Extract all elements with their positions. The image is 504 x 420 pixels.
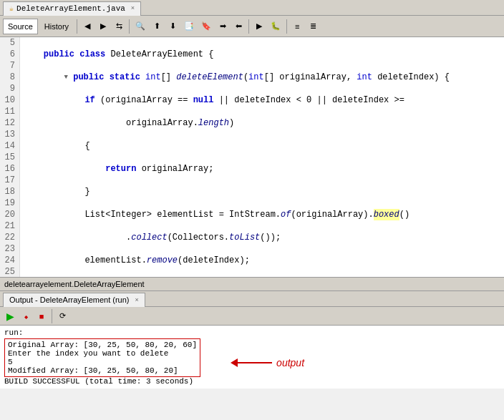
code-line-13: .collect(Collectors.toList()); — [23, 232, 501, 243]
line-num-20: 20 — [4, 209, 15, 220]
output-tab-bar: Output - DeleteArrayElement (run) × — [0, 291, 504, 307]
tab-label: DeleteArrayElement.java — [16, 4, 125, 13]
search-button[interactable]: 🔍 — [132, 19, 148, 34]
line-num-14: 14 — [4, 140, 15, 152]
line-num-21: 21 — [4, 220, 15, 232]
prev-bookmark-button[interactable]: ⬅ — [231, 19, 246, 34]
debug-button[interactable]: 🐛 — [268, 19, 284, 34]
output-content: run: Original Array: [30, 25, 50, 80, 20… — [0, 326, 504, 389]
code-line-5: public class DeleteArrayElement { — [23, 49, 501, 60]
toolbar-separator-3 — [248, 19, 249, 34]
code-line-9: { — [23, 140, 501, 152]
line-num-19: 19 — [4, 197, 15, 209]
output-arrow: output — [236, 357, 304, 368]
code-line-14: elementList.remove(deleteIndex); — [23, 255, 501, 266]
back-button[interactable]: ◀ — [80, 19, 94, 34]
output-line-3: 5 — [8, 358, 197, 366]
output-line-2: Enter the index you want to delete — [8, 349, 197, 358]
line-num-16: 16 — [4, 163, 15, 175]
output-tab-close[interactable]: × — [135, 296, 139, 303]
toolbar-separator-4 — [286, 19, 287, 34]
line-num-22: 22 — [4, 232, 15, 243]
bookmark-button[interactable]: 🔖 — [198, 19, 214, 34]
run-button[interactable]: ▶ — [252, 19, 266, 34]
output-stop-button[interactable]: ■ — [34, 308, 49, 324]
format2-button[interactable]: ≣ — [306, 19, 320, 34]
output-toolbar: ▶ ⬥ ■ ⟳ — [0, 307, 504, 326]
next-bookmark-button[interactable]: ➡ — [215, 19, 230, 34]
output-tab[interactable]: Output - DeleteArrayElement (run) × — [3, 293, 145, 307]
file-tab[interactable]: ☕ DeleteArrayElement.java × — [3, 1, 141, 16]
line-num-8: 8 — [4, 72, 15, 83]
toolbar-separator-1 — [77, 19, 77, 34]
line-num-15: 15 — [4, 152, 15, 163]
tab-bar: ☕ DeleteArrayElement.java × — [0, 0, 504, 16]
output-line-4: Modified Array: [30, 25, 50, 80, 20] — [8, 366, 197, 375]
output-tab-label: Output - DeleteArrayElement (run) — [9, 296, 130, 304]
code-line-11: } — [23, 186, 501, 197]
java-file-icon: ☕ — [9, 4, 14, 13]
line-num-7: 7 — [4, 60, 15, 72]
status-class-label: deletearrayelement.DeleteArrayElement — [4, 280, 145, 288]
line-num-18: 18 — [4, 186, 15, 197]
code-line-6: ▼ public static int[] deleteElement(int[… — [23, 72, 501, 83]
output-run-button[interactable]: ▶ — [3, 308, 17, 324]
format-button[interactable]: ≡ — [290, 19, 304, 34]
find-prev-button[interactable]: ⬆ — [150, 19, 164, 34]
arrow-shaft — [236, 362, 272, 363]
toolbar: Source History ◀ ▶ ⇆ 🔍 ⬆ ⬇ 📑 🔖 ➡ ⬅ ▶ 🐛 ≡… — [0, 16, 504, 37]
line-num-24: 24 — [4, 255, 15, 266]
line-num-10: 10 — [4, 94, 15, 106]
line-numbers: 5 6 7 8 9 10 11 12 13 14 15 16 17 18 19 … — [0, 37, 20, 277]
history-tab-button[interactable]: History — [39, 19, 74, 34]
output-box: Original Array: [30, 25, 50, 80, 20, 60]… — [4, 338, 200, 377]
line-num-12: 12 — [4, 117, 15, 129]
code-line-10: return originalArray; — [23, 163, 501, 175]
code-content[interactable]: public class DeleteArrayElement { ▼ publ… — [20, 37, 504, 277]
toggle-button[interactable]: ⇆ — [112, 19, 126, 34]
code-area[interactable]: 5 6 7 8 9 10 11 12 13 14 15 16 17 18 19 … — [0, 37, 504, 277]
code-line-7: if (originalArray == null || deleteIndex… — [23, 94, 501, 106]
source-tab-button[interactable]: Source — [3, 19, 38, 34]
output-panel: Output - DeleteArrayElement (run) × ▶ ⬥ … — [0, 291, 504, 389]
line-num-13: 13 — [4, 129, 15, 140]
line-num-5: 5 — [4, 37, 15, 49]
run-label: run: — [4, 328, 500, 337]
line-num-11: 11 — [4, 106, 15, 117]
code-editor: 5 6 7 8 9 10 11 12 13 14 15 16 17 18 19 … — [0, 37, 504, 277]
status-bar: deletearrayelement.DeleteArrayElement — [0, 277, 504, 291]
output-clear-button[interactable]: ⟳ — [55, 308, 69, 324]
line-num-6: 6 — [4, 49, 15, 60]
line-num-23: 23 — [4, 243, 15, 255]
toggle-bookmarks-button[interactable]: 📑 — [181, 19, 197, 34]
find-next-button[interactable]: ⬇ — [165, 19, 180, 34]
output-arrow-label: output — [276, 357, 304, 368]
tab-close-button[interactable]: × — [131, 5, 135, 12]
line-num-17: 17 — [4, 175, 15, 186]
output-line-1: Original Array: [30, 25, 50, 80, 20, 60] — [8, 341, 197, 349]
code-line-8: originalArray.length) — [23, 117, 501, 129]
output-box-container: Original Array: [30, 25, 50, 80, 20, 60]… — [4, 337, 200, 377]
line-num-25: 25 — [4, 266, 15, 277]
line-num-9: 9 — [4, 83, 15, 94]
forward-button[interactable]: ▶ — [96, 19, 110, 34]
build-success-line: BUILD SUCCESSFUL (total time: 3 seconds) — [4, 377, 500, 386]
output-debug-button[interactable]: ⬥ — [19, 308, 33, 324]
arrow-head — [231, 358, 238, 367]
code-line-12: List<Integer> elementList = IntStream.of… — [23, 209, 501, 220]
output-toolbar-sep — [52, 309, 52, 323]
toolbar-separator-2 — [129, 19, 130, 34]
